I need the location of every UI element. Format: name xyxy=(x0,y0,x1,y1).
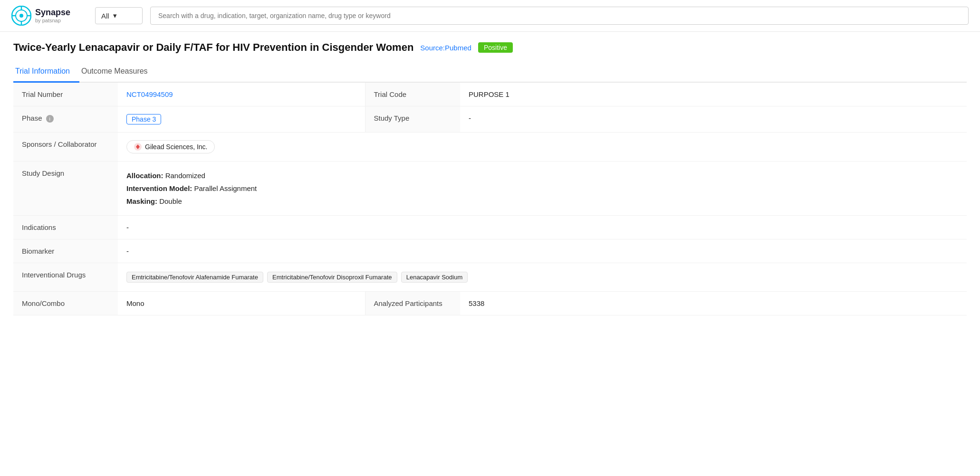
trial-code-value: PURPOSE 1 xyxy=(460,83,967,106)
table-row-sponsors: Sponsors / Collaborator Gilead Sciences,… xyxy=(13,133,967,162)
app-header: Synapse by patsnap All ▾ xyxy=(0,0,980,32)
table-row-study-design: Study Design Allocation: Randomized Inte… xyxy=(13,162,967,216)
masking-row: Masking: Double xyxy=(126,195,958,208)
tab-outcome-measures[interactable]: Outcome Measures xyxy=(79,62,157,83)
svg-point-2 xyxy=(19,14,23,18)
study-design-label: Study Design xyxy=(13,162,118,216)
mono-combo-value: Mono xyxy=(118,292,365,315)
chevron-down-icon: ▾ xyxy=(113,11,117,20)
source-link[interactable]: Source:Pubmed xyxy=(420,44,471,52)
biomarker-label: Biomarker xyxy=(13,239,118,263)
analyzed-participants-value: 5338 xyxy=(460,292,967,315)
sponsor-badge: Gilead Sciences, Inc. xyxy=(126,140,215,153)
drug-tag-1: Emtricitabine/Tenofovir Disoproxil Fumar… xyxy=(267,272,397,283)
phase-badge: Phase 3 xyxy=(126,114,161,124)
table-row-trial-number: Trial Number NCT04994509 Trial Code PURP… xyxy=(13,83,967,106)
sponsors-label: Sponsors / Collaborator xyxy=(13,133,118,162)
masking-label: Masking: xyxy=(126,197,157,205)
allocation-label: Allocation: xyxy=(126,171,163,180)
trial-info-table: Trial Number NCT04994509 Trial Code PURP… xyxy=(13,83,967,315)
table-row-interventional-drugs: Interventional Drugs Emtricitabine/Tenof… xyxy=(13,263,967,292)
table-row-mono-combo: Mono/Combo Mono Analyzed Participants 53… xyxy=(13,292,967,315)
masking-value: Double xyxy=(159,197,182,205)
page-title: Twice-Yearly Lenacapavir or Daily F/TAF … xyxy=(13,41,413,54)
study-type-label: Study Type xyxy=(365,106,460,133)
drug-tag-2: Lenacapavir Sodium xyxy=(401,272,468,283)
analyzed-participants-label: Analyzed Participants xyxy=(365,292,460,315)
allocation-value: Randomized xyxy=(165,171,205,180)
intervention-model-row: Intervention Model: Parallel Assignment xyxy=(126,182,958,195)
sponsor-logo-icon xyxy=(134,143,142,151)
study-design-value: Allocation: Randomized Intervention Mode… xyxy=(118,162,967,216)
dropdown-value: All xyxy=(101,12,109,20)
drug-tag-0: Emtricitabine/Tenofovir Alafenamide Fuma… xyxy=(126,272,263,283)
sponsor-name: Gilead Sciences, Inc. xyxy=(145,143,208,151)
phase-label: Phase i xyxy=(13,106,118,133)
nct-link[interactable]: NCT04994509 xyxy=(126,90,173,98)
table-row-biomarker: Biomarker - xyxy=(13,239,967,263)
logo-text: Synapse by patsnap xyxy=(35,8,70,23)
trial-number-value: NCT04994509 xyxy=(118,83,365,106)
logo-bypatsnap-label: by patsnap xyxy=(35,18,70,23)
interventional-drugs-label: Interventional Drugs xyxy=(13,263,118,292)
table-row-phase: Phase i Phase 3 Study Type - xyxy=(13,106,967,133)
trial-number-label: Trial Number xyxy=(13,83,118,106)
study-type-value: - xyxy=(460,106,967,133)
mono-combo-label: Mono/Combo xyxy=(13,292,118,315)
page-content: Twice-Yearly Lenacapavir or Daily F/TAF … xyxy=(0,32,980,315)
tabs-bar: Trial Information Outcome Measures xyxy=(13,62,967,83)
search-input[interactable] xyxy=(150,7,969,25)
logo-synapse-label: Synapse xyxy=(35,8,70,18)
intervention-model-value: Parallel Assignment xyxy=(194,184,257,192)
tab-trial-information[interactable]: Trial Information xyxy=(13,62,79,83)
status-badge: Positive xyxy=(478,42,513,53)
phase-info-icon[interactable]: i xyxy=(46,115,54,123)
phase-value: Phase 3 xyxy=(118,106,365,133)
intervention-model-label: Intervention Model: xyxy=(126,184,192,192)
trial-code-label: Trial Code xyxy=(365,83,460,106)
indications-value: - xyxy=(118,216,967,239)
table-row-indications: Indications - xyxy=(13,216,967,239)
sponsors-value: Gilead Sciences, Inc. xyxy=(118,133,967,162)
biomarker-value: - xyxy=(118,239,967,263)
interventional-drugs-value: Emtricitabine/Tenofovir Alafenamide Fuma… xyxy=(118,263,967,292)
title-row: Twice-Yearly Lenacapavir or Daily F/TAF … xyxy=(13,41,967,54)
logo-area: Synapse by patsnap xyxy=(11,6,87,26)
search-category-dropdown[interactable]: All ▾ xyxy=(95,7,143,24)
synapse-logo-icon xyxy=(11,6,31,26)
allocation-row: Allocation: Randomized xyxy=(126,169,958,182)
indications-label: Indications xyxy=(13,216,118,239)
